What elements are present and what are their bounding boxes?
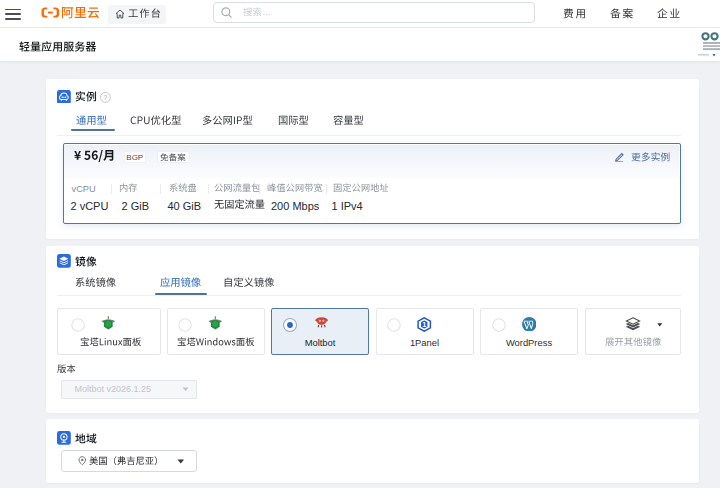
svg-text:1: 1	[422, 320, 426, 329]
svg-text:?: ?	[104, 94, 108, 101]
